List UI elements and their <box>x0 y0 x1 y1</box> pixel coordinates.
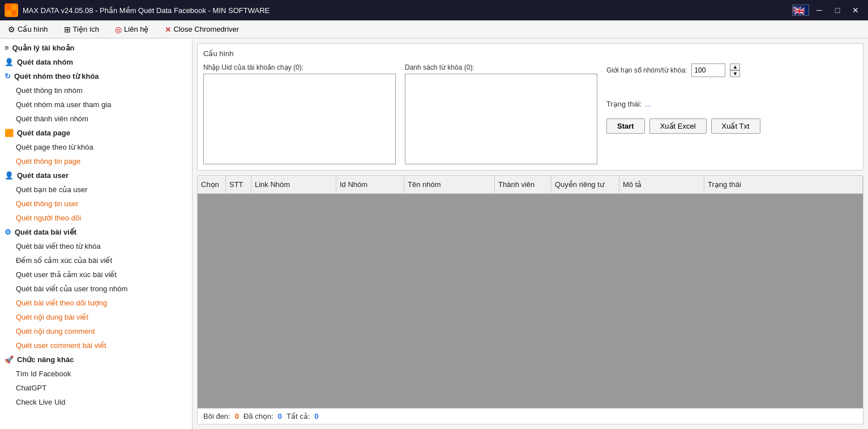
uid-col: Nhập Uid của tài khoản chạy (0): <box>203 63 396 164</box>
status-label: Trạng thái: <box>606 100 642 108</box>
menu-tien-ich-label: Tiện ích <box>73 25 100 33</box>
user-icon: 👤 <box>5 171 14 180</box>
sidebar-item-quet-bai-viet-user-nhom[interactable]: Quét bài viết của user trong nhóm <box>0 282 192 296</box>
menu-close-chrome-label: Close Chromedriver <box>174 25 240 33</box>
svg-rect-3 <box>12 11 16 15</box>
export-txt-button[interactable]: Xuất Txt <box>711 118 760 134</box>
uid-label: Nhập Uid của tài khoản chạy (0): <box>203 63 396 71</box>
tien-ich-icon: ⊞ <box>64 25 71 34</box>
menu-lien-he[interactable]: ◎ Liên hệ <box>112 23 152 36</box>
content-area: Cấu hình Nhập Uid của tài khoản chạy (0)… <box>193 39 868 429</box>
maximize-button[interactable]: □ <box>829 3 845 18</box>
title-bar: MAX DATA v24.05.08 - Phần Mềm Quét Data … <box>0 0 868 20</box>
minimize-button[interactable]: ─ <box>811 3 827 18</box>
tat-ca-label: Tất cả: <box>287 412 310 420</box>
col-trang-thai: Trạng thái <box>704 176 863 193</box>
sidebar-item-quet-ban-be[interactable]: Quét bạn bè của user <box>0 182 192 197</box>
da-chon-count: 0 <box>278 412 282 420</box>
sidebar-item-quet-data-nhom[interactable]: 👤 Quét data nhóm <box>0 55 192 69</box>
sidebar-item-quet-data-user[interactable]: 👤 Quét data user <box>0 168 192 182</box>
sidebar-item-dem-cam-xuc[interactable]: Đếm số cảm xúc của bài viết <box>0 253 192 267</box>
sidebar-item-quet-user-tha-cam-xuc[interactable]: Quét user thả cảm xúc bài viết <box>0 267 192 282</box>
sidebar-item-quet-nhom-user[interactable]: Quét nhóm mà user tham gia <box>0 97 192 112</box>
svg-rect-0 <box>6 5 11 10</box>
svg-rect-2 <box>6 11 11 15</box>
config-panel: Cấu hình Nhập Uid của tài khoản chạy (0)… <box>197 43 863 171</box>
config-right-panel: Giới hạn số nhóm/từ khóa: 100 ▲ ▼ Trạng … <box>606 63 857 134</box>
menu-cau-hinh[interactable]: ⚙ Cấu hình <box>5 23 52 36</box>
keyword-label: Danh sách từ khóa (0): <box>405 63 597 71</box>
config-inputs-row: Nhập Uid của tài khoản chạy (0): Danh sá… <box>203 63 857 164</box>
quan-ly-icon: ≡ <box>5 44 9 52</box>
col-ten-nhom: Tên nhóm <box>404 176 495 193</box>
sidebar-item-quet-noi-dung-bai-viet[interactable]: Quét nội dung bài viết <box>0 310 192 324</box>
bai-viet-icon: ⚙ <box>5 228 11 236</box>
export-excel-button[interactable]: Xuất Excel <box>649 118 707 134</box>
menu-cau-hinh-label: Cấu hình <box>18 25 48 33</box>
col-mo-ta: Mô tả <box>619 176 704 193</box>
close-button[interactable]: ✕ <box>848 3 863 18</box>
sidebar-item-quet-thong-tin-user[interactable]: Quét thông tin user <box>0 197 192 211</box>
uid-textarea[interactable] <box>203 74 396 164</box>
spinner-buttons: ▲ ▼ <box>730 63 740 77</box>
status-value: ... <box>645 100 651 108</box>
status-row: Trạng thái: ... <box>606 100 857 108</box>
action-buttons: Start Xuất Excel Xuất Txt <box>606 118 857 134</box>
menu-bar: ⚙ Cấu hình ⊞ Tiện ích ◎ Liên hệ ✕ Close … <box>0 20 868 39</box>
sidebar-item-quet-page-tu-khoa[interactable]: Quét page theo từ khóa <box>0 140 192 154</box>
table-body <box>198 194 863 408</box>
quet-nhom-tu-khoa-icon: ↻ <box>5 72 11 80</box>
close-chrome-icon: ✕ <box>165 25 172 34</box>
keyword-col: Danh sách từ khóa (0): <box>405 63 597 164</box>
title-bar-controls: 🇬🇧 ─ □ ✕ <box>792 3 863 18</box>
svg-rect-1 <box>12 5 16 10</box>
tat-ca-count: 0 <box>314 412 318 420</box>
limit-input[interactable]: 100 <box>691 63 725 77</box>
menu-close-chrome[interactable]: ✕ Close Chromedriver <box>161 23 243 36</box>
keyword-textarea[interactable] <box>405 74 597 164</box>
da-chon-label: Đã chọn: <box>243 412 273 420</box>
language-flag[interactable]: 🇬🇧 <box>792 5 809 16</box>
col-thanh-vien: Thành viên <box>495 176 551 193</box>
col-link-nhom: Link Nhóm <box>251 176 336 193</box>
col-stt: STT <box>226 176 251 193</box>
sidebar-item-quet-nguoi-theo-doi[interactable]: Quét người theo dõi <box>0 211 192 225</box>
menu-tien-ich[interactable]: ⊞ Tiện ích <box>61 23 103 36</box>
sidebar-item-quet-nhom-tu-khoa[interactable]: ↻ Quét nhóm theo từ khóa <box>0 69 192 83</box>
data-table: Chọn STT Link Nhóm Id Nhóm Tên nhóm Thàn… <box>197 175 863 424</box>
sidebar-item-quet-bai-viet-theo-doi[interactable]: Quét bài viết theo dõi tượng <box>0 296 192 310</box>
sidebar-item-check-live-uid[interactable]: Check Live Uid <box>0 395 192 409</box>
boi-den-count: 0 <box>235 412 239 420</box>
main-container: ≡ Quản lý tài khoản 👤 Quét data nhóm ↻ Q… <box>0 39 868 429</box>
sidebar-item-quet-thong-tin-nhom[interactable]: Quét thông tin nhóm <box>0 83 192 97</box>
sidebar-item-quan-ly[interactable]: ≡ Quản lý tài khoản <box>0 41 192 55</box>
spinner-down[interactable]: ▼ <box>730 70 740 77</box>
sidebar-item-chatgpt[interactable]: ChatGPT <box>0 381 192 395</box>
col-quyen-rieng-tu: Quyền riêng tư <box>551 176 619 193</box>
table-header: Chọn STT Link Nhóm Id Nhóm Tên nhóm Thàn… <box>198 176 863 194</box>
title-bar-left: MAX DATA v24.05.08 - Phần Mềm Quét Data … <box>5 3 270 17</box>
rocket-icon: 🚀 <box>5 355 14 364</box>
sidebar-item-quet-thong-tin-page[interactable]: Quét thông tin page <box>0 154 192 168</box>
sidebar-item-quet-noi-dung-comment[interactable]: Quét nội dung comment <box>0 324 192 338</box>
sidebar-item-quet-thanh-vien[interactable]: Quét thành viên nhóm <box>0 112 192 126</box>
menu-lien-he-label: Liên hệ <box>124 25 148 33</box>
start-button[interactable]: Start <box>606 118 645 134</box>
spinner-up[interactable]: ▲ <box>730 63 740 70</box>
cau-hinh-icon: ⚙ <box>8 25 15 34</box>
sidebar-item-quet-data-bai-viet[interactable]: ⚙ Quét data bài viết <box>0 225 192 239</box>
sidebar-item-quet-data-page[interactable]: 🟧 Quét data page <box>0 126 192 140</box>
sidebar-item-tim-id[interactable]: Tìm Id Facebook <box>0 367 192 381</box>
app-logo <box>5 3 18 17</box>
limit-row: Giới hạn số nhóm/từ khóa: 100 ▲ ▼ <box>606 63 857 77</box>
col-id-nhom: Id Nhóm <box>336 176 404 193</box>
quet-nhom-icon: 👤 <box>5 58 14 66</box>
page-icon: 🟧 <box>5 129 14 137</box>
lien-he-icon: ◎ <box>115 25 122 34</box>
boi-den-label: Bôi đen: <box>203 412 230 420</box>
app-title: MAX DATA v24.05.08 - Phần Mềm Quét Data … <box>23 6 270 15</box>
config-title: Cấu hình <box>203 49 857 58</box>
sidebar-item-quet-user-comment[interactable]: Quét user comment bài viết <box>0 338 192 352</box>
sidebar-item-quet-bai-viet-tu-khoa[interactable]: Quét bài viết theo từ khóa <box>0 239 192 253</box>
sidebar-item-chuc-nang-khac[interactable]: 🚀 Chức năng khác <box>0 352 192 367</box>
